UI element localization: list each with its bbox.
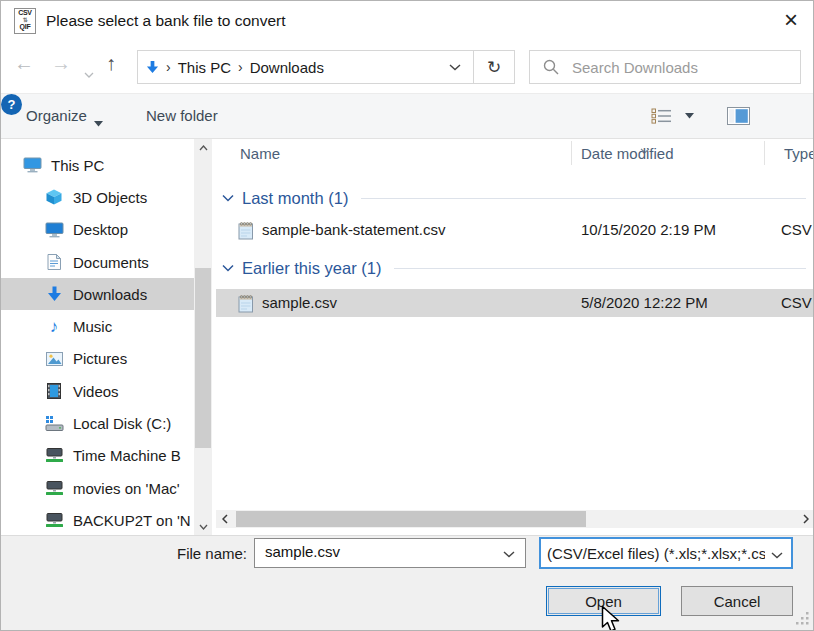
sidebar-item-movies[interactable]: movies on 'Mac' xyxy=(1,472,194,504)
sidebar-item-backup2t[interactable]: BACKUP2T on 'N xyxy=(1,504,194,535)
mouse-cursor-icon xyxy=(601,605,622,631)
local-disk-icon xyxy=(44,416,64,431)
cancel-button-label: Cancel xyxy=(714,593,761,610)
group-collapse-chevron-icon[interactable] xyxy=(222,264,234,272)
back-icon[interactable]: ← xyxy=(14,52,34,75)
sidebar-item-label: Downloads xyxy=(73,286,147,303)
downloads-icon xyxy=(44,286,64,302)
sidebar-item-pictures[interactable]: Pictures xyxy=(1,343,194,375)
file-row-sample-bank-statement[interactable]: sample-bank-statement.csv 10/15/2020 2:1… xyxy=(216,216,814,244)
close-icon[interactable]: × xyxy=(784,1,798,39)
organize-button[interactable]: Organize xyxy=(26,94,87,138)
network-drive-icon xyxy=(44,448,64,463)
csv-file-icon xyxy=(237,293,255,313)
preview-pane-icon[interactable] xyxy=(727,107,750,125)
sidebar-item-label: BACKUP2T on 'N xyxy=(73,512,191,529)
sidebar-item-local-disk[interactable]: Local Disk (C:) xyxy=(1,407,194,439)
group-header-last-month[interactable]: Last month (1) xyxy=(216,185,814,211)
scrollbar-thumb[interactable] xyxy=(236,511,586,527)
file-name-dropdown-chevron-icon[interactable] xyxy=(503,551,515,558)
file-row-sample-selected[interactable]: sample.csv 5/8/2020 12:22 PM CSV xyxy=(216,289,814,317)
view-mode-caret-icon[interactable] xyxy=(685,113,694,119)
sidebar-item-downloads[interactable]: Downloads xyxy=(1,278,194,310)
file-name-input[interactable] xyxy=(263,542,487,561)
file-type: CSV xyxy=(781,221,812,238)
address-bar[interactable]: › This PC › Downloads ↻ xyxy=(137,50,515,84)
group-header-earlier-this-year[interactable]: Earlier this year (1) xyxy=(216,255,814,281)
search-box[interactable] xyxy=(529,50,801,84)
sidebar-item-label: Time Machine B xyxy=(73,447,181,464)
csv-file-icon xyxy=(237,220,255,240)
file-name: sample-bank-statement.csv xyxy=(262,221,445,238)
search-icon xyxy=(543,59,559,75)
group-divider-line xyxy=(394,268,806,269)
refresh-icon[interactable]: ↻ xyxy=(474,57,514,78)
sidebar-item-label: Documents xyxy=(73,254,149,271)
sidebar-item-documents[interactable]: Documents xyxy=(1,246,194,278)
file-date-modified: 5/8/2020 12:22 PM xyxy=(581,294,708,311)
group-label: Earlier this year (1) xyxy=(242,259,381,278)
sidebar-item-music[interactable]: ♪ Music xyxy=(1,310,194,342)
downloads-folder-icon xyxy=(146,60,159,75)
open-file-dialog: CSV ⇅ QIF Please select a bank file to c… xyxy=(0,0,814,631)
network-drive-icon xyxy=(44,481,64,496)
resize-grip[interactable] xyxy=(794,610,810,629)
scroll-down-icon[interactable] xyxy=(194,518,212,535)
navigation-bar: ← → ↑ › This PC › Downloads ↻ xyxy=(1,41,813,93)
file-name-combobox[interactable] xyxy=(254,538,526,568)
sidebar-item-label: This PC xyxy=(51,157,104,174)
sidebar-item-label: 3D Objects xyxy=(73,189,147,206)
cancel-button[interactable]: Cancel xyxy=(681,586,793,616)
group-label: Last month (1) xyxy=(242,189,348,208)
file-type-dropdown-chevron-icon[interactable] xyxy=(771,552,783,559)
scroll-right-icon[interactable] xyxy=(797,510,814,528)
sidebar-item-videos[interactable]: Videos xyxy=(1,375,194,407)
music-icon: ♪ xyxy=(44,317,64,337)
forward-icon[interactable]: → xyxy=(51,52,71,75)
up-icon[interactable]: ↑ xyxy=(106,52,116,75)
group-divider-line xyxy=(361,198,806,199)
file-name-label: File name: xyxy=(157,545,247,562)
breadcrumb-this-pc[interactable]: This PC xyxy=(178,59,231,76)
scroll-left-icon[interactable] xyxy=(216,510,234,528)
sidebar-item-this-pc[interactable]: This PC xyxy=(1,149,194,181)
organize-caret-icon[interactable] xyxy=(94,113,103,130)
pictures-icon xyxy=(44,352,64,366)
app-icon-text-bottom: QIF xyxy=(15,23,35,31)
history-chevron-icon[interactable] xyxy=(84,64,94,81)
dialog-footer: File name: (CSV/Excel files) (*.xls;*.xl… xyxy=(1,535,813,631)
scrollbar-thumb[interactable] xyxy=(195,268,211,448)
file-type: CSV xyxy=(781,294,812,311)
file-list-horizontal-scrollbar[interactable] xyxy=(216,510,814,528)
column-separator[interactable] xyxy=(571,141,572,165)
file-list: Name Date modified Type Last month (1) s… xyxy=(216,139,814,510)
scroll-up-icon[interactable] xyxy=(194,139,212,156)
column-header-type[interactable]: Type xyxy=(784,145,814,162)
this-pc-icon xyxy=(22,157,42,173)
search-input[interactable] xyxy=(570,58,800,77)
file-type-dropdown[interactable]: (CSV/Excel files) (*.xls;*.xlsx;*.cs xyxy=(539,537,793,569)
column-header-date-modified[interactable]: Date modified xyxy=(581,145,674,162)
videos-icon xyxy=(44,383,64,399)
breadcrumb-downloads[interactable]: Downloads xyxy=(250,59,324,76)
csv2qif-app-icon: CSV ⇅ QIF xyxy=(14,8,36,34)
title-bar: CSV ⇅ QIF Please select a bank file to c… xyxy=(1,1,813,41)
window-title: Please select a bank file to convert xyxy=(46,1,286,41)
column-header-name[interactable]: Name xyxy=(240,145,280,162)
file-name: sample.csv xyxy=(262,294,337,311)
file-date-modified: 10/15/2020 2:19 PM xyxy=(581,221,716,238)
sidebar-item-time-machine[interactable]: Time Machine B xyxy=(1,440,194,472)
new-folder-button[interactable]: New folder xyxy=(146,94,218,138)
help-icon[interactable]: ? xyxy=(1,94,22,115)
app-icon-text-top: CSV xyxy=(15,9,35,17)
sidebar-item-label: Desktop xyxy=(73,221,128,238)
view-mode-icon[interactable] xyxy=(651,108,672,124)
sidebar-item-3d-objects[interactable]: 3D Objects xyxy=(1,181,194,213)
column-separator[interactable] xyxy=(764,141,765,165)
address-dropdown-chevron-icon[interactable] xyxy=(449,64,461,71)
file-type-value: (CSV/Excel files) (*.xls;*.xlsx;*.cs xyxy=(547,545,765,562)
sidebar-scrollbar[interactable] xyxy=(194,139,212,535)
group-collapse-chevron-icon[interactable] xyxy=(222,194,234,202)
sidebar-item-desktop[interactable]: Desktop xyxy=(1,214,194,246)
sidebar-item-label: Pictures xyxy=(73,350,127,367)
